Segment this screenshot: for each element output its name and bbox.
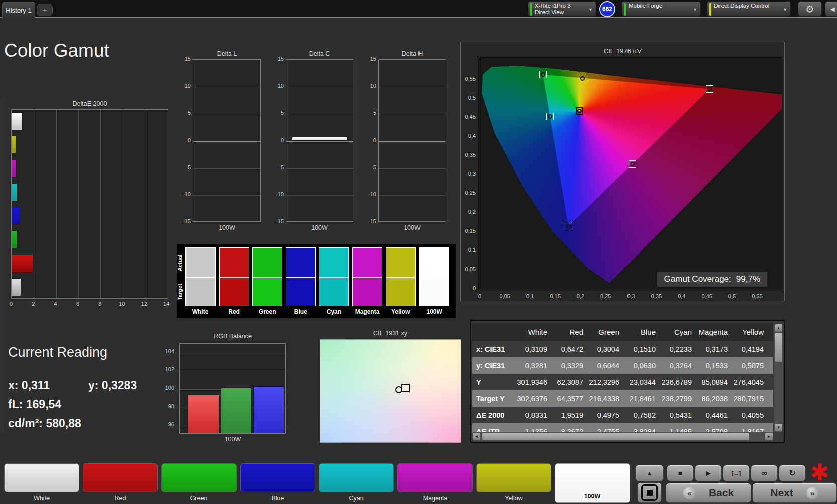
tick-label: 0,45 — [462, 114, 476, 120]
pattern-button-yellow[interactable] — [476, 463, 551, 492]
delta-chart-title: Delta H — [378, 50, 446, 57]
table-cell: 0,5431 — [661, 411, 697, 419]
rgb-balance-xlabel: 100W — [179, 436, 286, 443]
pattern-up-button[interactable]: ▲ — [635, 465, 664, 481]
row-label: Y — [472, 378, 516, 386]
gridline — [167, 110, 167, 298]
table-row[interactable]: Target Y302,637664,3577216,433821,846123… — [472, 390, 773, 407]
cie1931-chart — [320, 339, 461, 443]
tick-label: 0,15 — [548, 293, 563, 299]
delta-chart-xlabel: 100W — [286, 224, 353, 231]
chevron-down-icon: ▼ — [588, 7, 594, 12]
app-window: History 1 + X-Rite i1Pro 3 Direct View ▼… — [0, 0, 837, 504]
table-vertical-scrollbar[interactable]: ▲ ▼ — [774, 324, 783, 432]
deltae2000-chart — [11, 109, 168, 299]
pattern-button-white[interactable] — [4, 463, 79, 492]
table-cell: 21,8461 — [624, 395, 661, 403]
meter-count-badge[interactable]: 662 — [599, 1, 615, 17]
gridline — [286, 195, 353, 196]
pattern-button-red[interactable] — [83, 463, 158, 492]
tick-label: 0,3 — [462, 171, 476, 177]
row-label: Target Y — [472, 395, 516, 403]
table-cell: 0,4461 — [697, 411, 733, 419]
continuous-measure-button[interactable]: ∞ — [751, 465, 778, 481]
back-button[interactable]: « Back — [666, 483, 751, 503]
table-row[interactable]: Y301,934662,3087212,329623,0344236,67898… — [472, 374, 773, 390]
meter-device-name: X-Rite i1Pro 3 — [535, 3, 571, 9]
actual-swatch — [252, 247, 282, 278]
collapse-panel-button[interactable]: ◀ — [825, 1, 837, 17]
tick-label: 5 — [361, 110, 376, 116]
table-row[interactable]: x: CIE310,31090,64720,30040,15100,22330,… — [472, 341, 773, 357]
tick-label: 10 — [361, 83, 376, 89]
table-row[interactable]: ΔE 20000,83311,95190,49750,75820,54310,4… — [472, 407, 773, 423]
settings-button[interactable]: ⚙ — [798, 1, 822, 17]
refresh-button[interactable]: ↻ — [779, 465, 806, 481]
divider — [3, 98, 3, 432]
vertical-scroll-thumb[interactable] — [775, 333, 782, 362]
actual-swatch — [185, 247, 216, 278]
table-horizontal-scrollbar[interactable]: ◄ ► — [472, 432, 773, 441]
pattern-button-blue[interactable] — [240, 463, 315, 492]
tick-label: 96 — [158, 421, 174, 427]
tick-label: 0,3 — [623, 293, 639, 299]
play-icon: ▶ — [706, 469, 711, 477]
table-cell: 0,6044 — [588, 362, 624, 370]
deltae-bar — [12, 230, 17, 248]
play-button[interactable]: ▶ — [695, 465, 722, 481]
scroll-up-button[interactable]: ▲ — [775, 324, 782, 332]
next-button[interactable]: Next » — [752, 483, 837, 503]
table-cell: 216,4338 — [588, 395, 624, 403]
actual-swatch — [286, 247, 316, 278]
tick-label: 0,05 — [462, 266, 476, 272]
meter-dropdown[interactable]: X-Rite i1Pro 3 Direct View ▼ — [528, 1, 596, 17]
tick-label: -10 — [269, 191, 284, 197]
history-tab[interactable]: History 1 — [2, 2, 35, 19]
tick-label: 0,55 — [462, 76, 476, 82]
tick-label: -15 — [361, 218, 376, 224]
tick-label: 0,4 — [674, 293, 689, 299]
workflow-dropdown[interactable]: Mobile Forge ▼ — [621, 1, 701, 17]
pattern-button-100w[interactable]: 100W — [555, 463, 630, 503]
table-row[interactable]: y: CIE310,32810,33290,60440,06300,32640,… — [472, 357, 773, 374]
reading-cdm2: cd/m²: 580,88 — [8, 417, 81, 430]
pattern-button-label: Cyan — [319, 495, 394, 502]
tick-label: 5 — [269, 110, 284, 116]
pattern-window-button[interactable] — [637, 482, 662, 503]
deltae-bar — [12, 207, 20, 225]
column-header: Green — [588, 328, 624, 336]
tick-label: 102 — [158, 366, 174, 372]
pattern-button-magenta[interactable] — [397, 463, 473, 492]
gridline — [193, 195, 260, 196]
scroll-down-button[interactable]: ▼ — [775, 424, 782, 431]
table-cell: 0,4975 — [588, 411, 624, 419]
delta-chart-xlabel: 100W — [193, 224, 261, 231]
stop-button[interactable]: ■ — [667, 465, 694, 481]
column-header: White — [516, 328, 552, 336]
scroll-right-button[interactable]: ► — [765, 433, 773, 440]
table-cell: 302,6376 — [516, 395, 552, 403]
rgb-bar-green — [221, 388, 252, 433]
display-control-dropdown[interactable]: Direct Display Control ▼ — [707, 1, 791, 17]
horizontal-scroll-thumb[interactable] — [482, 433, 749, 440]
pattern-button-cyan[interactable] — [319, 463, 394, 492]
gridline — [286, 114, 353, 114]
tick-label: 14 — [159, 301, 173, 307]
table-cell: 236,6789 — [661, 378, 697, 386]
chevron-down-icon: ▼ — [693, 7, 698, 12]
results-table-panel: WhiteRedGreenBlueCyanMagentaYellowx: CIE… — [470, 320, 785, 443]
tick-label: -5 — [176, 164, 191, 170]
cie1931-target-marker — [401, 384, 410, 392]
deltae-bar — [12, 136, 16, 154]
measurement-marker-circle — [580, 76, 585, 81]
gridline — [193, 87, 260, 87]
tick-label: 0,55 — [750, 293, 765, 299]
pattern-button-green[interactable] — [161, 463, 237, 492]
scroll-left-button[interactable]: ◄ — [473, 433, 480, 440]
table-cell: 0,3109 — [516, 345, 552, 353]
column-header: Yellow — [733, 328, 769, 336]
tick-label: 0,25 — [598, 293, 613, 299]
row-label: y: CIE31 — [472, 362, 516, 370]
range-measure-button[interactable]: [↔] — [723, 465, 750, 481]
add-tab-button[interactable]: + — [37, 4, 53, 16]
